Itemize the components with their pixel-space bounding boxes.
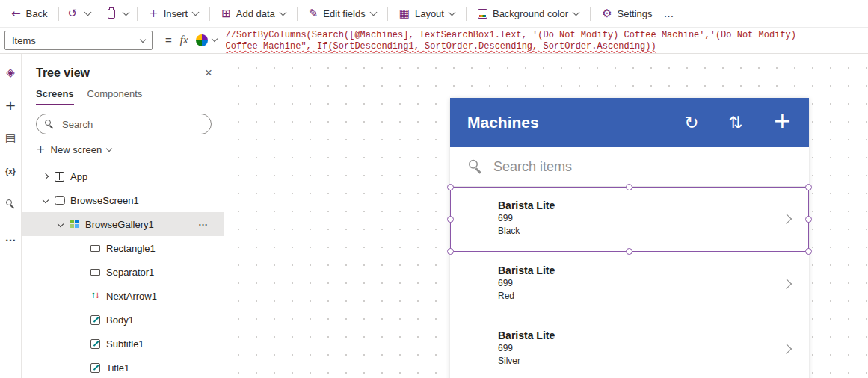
item-color: Red: [498, 290, 764, 303]
chevron-right-icon[interactable]: [781, 343, 792, 353]
chevron-down-icon: [369, 9, 377, 16]
chevron-right-icon[interactable]: [40, 174, 51, 179]
formula-line-2: Coffee Machine", If(SortDescending1, Sor…: [226, 41, 868, 52]
resize-handle[interactable]: [805, 216, 812, 223]
tree-view-header: Tree view ×: [22, 54, 224, 81]
phone-preview: Machines ↻ ⇅ + Barista Lite 699 Black: [450, 98, 809, 378]
edit-fields-label: Edit fields: [323, 8, 365, 19]
formula-bar: Items = fx //SortByColumns(Search([@Mach…: [0, 28, 868, 54]
toolbar-divider: [209, 7, 210, 21]
back-button[interactable]: ← Back: [4, 3, 54, 24]
item-title: Barista Lite: [498, 264, 764, 277]
tree-item-label: Rectangle1: [106, 243, 156, 254]
insert-rail-icon[interactable]: +: [4, 99, 16, 112]
add-data-button[interactable]: ⊞ Add data: [215, 3, 292, 24]
gallery-icon: [68, 218, 81, 230]
chevron-down-icon: [573, 9, 580, 16]
left-rail: ◈ + ▤ {x} …: [0, 54, 22, 378]
tree-item-rectangle1[interactable]: Rectangle1: [22, 236, 224, 260]
chevron-right-icon[interactable]: [781, 278, 792, 288]
property-selector[interactable]: Items: [4, 31, 153, 50]
app-header-icons: ↻ ⇅ +: [684, 113, 792, 132]
item-price: 699: [498, 277, 764, 290]
app-icon: [53, 170, 66, 182]
app-search-box[interactable]: [450, 147, 809, 187]
search-rail-icon[interactable]: [6, 197, 16, 211]
add-item-icon[interactable]: +: [773, 110, 792, 132]
tree-item-app[interactable]: App: [22, 164, 224, 188]
gallery-item[interactable]: Barista Lite 699 Silver: [450, 317, 809, 378]
tree-search-input[interactable]: [61, 118, 203, 131]
app-search-input[interactable]: [492, 158, 790, 176]
tree-item-separator1[interactable]: Separator1: [22, 260, 224, 284]
panel-title: Tree view: [36, 66, 90, 80]
chevron-right-icon[interactable]: [781, 213, 792, 223]
insert-button[interactable]: + Insert: [142, 3, 205, 24]
chevron-down-icon[interactable]: [40, 198, 51, 202]
gear-icon: ⚙: [602, 8, 612, 19]
tree-search-box[interactable]: [36, 114, 212, 134]
tab-screens[interactable]: Screens: [36, 88, 74, 105]
paste-button[interactable]: [104, 3, 119, 24]
background-color-button[interactable]: Background color: [471, 3, 585, 24]
formula-editor[interactable]: //SortByColumns(Search([@Machines], Text…: [226, 28, 868, 53]
gallery-item[interactable]: Barista Lite 699 Black: [450, 187, 809, 252]
gallery-item[interactable]: Barista Lite 699 Red: [450, 252, 809, 317]
chevron-down-icon: [279, 9, 286, 16]
rectangle-icon: [89, 266, 102, 278]
new-screen-button[interactable]: + New screen: [22, 134, 224, 155]
data-rail-icon[interactable]: ▤: [5, 131, 16, 145]
rail-overflow-icon[interactable]: …: [5, 230, 16, 244]
tree-item-body1[interactable]: Body1: [22, 308, 224, 332]
tree-item-label: BrowseScreen1: [70, 195, 139, 206]
equals-sign: =: [165, 34, 172, 46]
tree-item-browsegallery1[interactable]: BrowseGallery1 …: [22, 212, 224, 236]
tree-item-title1[interactable]: Title1: [22, 356, 224, 378]
search-icon: [469, 159, 484, 174]
formula-prefix: = fx: [165, 28, 188, 52]
close-icon[interactable]: ×: [205, 66, 212, 81]
chevron-down-icon[interactable]: [55, 222, 66, 226]
background-color-label: Background color: [493, 8, 568, 19]
undo-button[interactable]: ↺: [64, 3, 81, 24]
edit-fields-button[interactable]: ✎ Edit fields: [302, 3, 383, 24]
item-overflow-icon[interactable]: …: [198, 217, 209, 228]
variables-rail-icon[interactable]: {x}: [5, 164, 15, 178]
sort-icon[interactable]: ⇅: [729, 114, 743, 131]
tree-view-panel: Tree view × Screens Components + New scr…: [22, 54, 224, 378]
tab-components[interactable]: Components: [87, 88, 143, 105]
tree-item-label: App: [70, 171, 87, 182]
add-data-icon: ⊞: [221, 8, 231, 19]
toolbar-divider: [387, 7, 388, 21]
item-title: Barista Lite: [498, 329, 764, 342]
property-selector-value: Items: [12, 35, 36, 46]
refresh-icon[interactable]: ↻: [684, 114, 698, 131]
back-arrow-icon: ←: [11, 8, 21, 19]
tree-item-label: BrowseGallery1: [85, 219, 154, 230]
more-icon: …: [664, 7, 675, 19]
tree-view-tabs: Screens Components: [22, 81, 224, 105]
layout-grid-icon: ▦: [399, 8, 410, 19]
tree-item-subtitle1[interactable]: Subtitle1: [22, 332, 224, 356]
toolbar-divider: [590, 7, 591, 21]
tree-list: App BrowseScreen1 BrowseGallery1 … Recta…: [22, 164, 224, 378]
layout-button[interactable]: ▦ Layout: [393, 3, 461, 24]
settings-button[interactable]: ⚙ Settings: [595, 3, 659, 24]
tree-item-label: Subtitle1: [106, 338, 144, 350]
app-title: Machines: [467, 114, 539, 131]
tree-item-nextarrow1[interactable]: NextArrow1: [22, 284, 224, 308]
power-fx-pinwheel-icon: [196, 34, 208, 46]
design-canvas[interactable]: Machines ↻ ⇅ + Barista Lite 699 Black: [224, 54, 868, 378]
toolbar-overflow-button[interactable]: …: [660, 3, 679, 24]
undo-menu-button[interactable]: [81, 3, 94, 24]
formula-assistant-button[interactable]: [196, 28, 217, 52]
rectangle-icon: [89, 242, 102, 254]
tree-view-rail-icon[interactable]: ◈: [6, 66, 15, 79]
tree-item-label: NextArrow1: [106, 291, 157, 302]
tree-item-browsescreen1[interactable]: BrowseScreen1: [22, 188, 224, 212]
app-header[interactable]: Machines ↻ ⇅ +: [450, 98, 809, 147]
fx-label: fx: [180, 34, 188, 46]
top-toolbar: ← Back ↺ + Insert ⊞ Add data ✎ Edit fiel…: [0, 0, 868, 28]
paste-menu-button[interactable]: [120, 3, 132, 24]
resize-handle[interactable]: [447, 216, 454, 223]
